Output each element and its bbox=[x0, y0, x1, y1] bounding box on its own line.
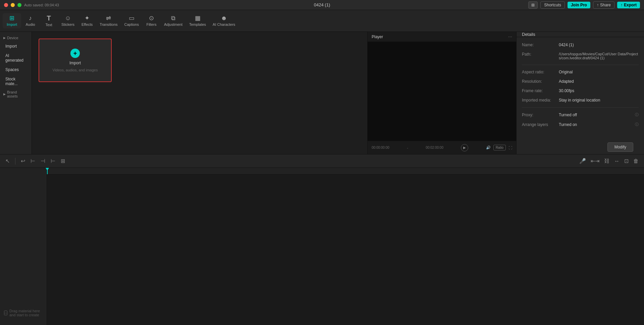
player-preview bbox=[368, 42, 516, 141]
share-icon: ↑ bbox=[597, 3, 599, 7]
detail-imported-media-row: Imported media: Stay in original locatio… bbox=[522, 98, 639, 103]
delete-icon[interactable]: 🗑 bbox=[632, 157, 640, 166]
microphone-icon[interactable]: 🎤 bbox=[578, 156, 587, 166]
player-controls: 00:00:00:00 - 00:02:00:00 ▶ 🔊 Ratio ⛶ bbox=[368, 141, 516, 154]
player-fullscreen-icon[interactable]: ⛶ bbox=[508, 146, 512, 150]
sidebar-section-brand-assets: ▶ Brand assets bbox=[0, 89, 32, 100]
content-area: ▶ Device Import AI generated Spaces Stoc… bbox=[0, 32, 644, 154]
import-card-label: Import bbox=[69, 61, 81, 65]
toolbar-filters[interactable]: ⊙ Filters bbox=[142, 13, 161, 28]
player-menu-icon[interactable]: ⋯ bbox=[508, 35, 512, 39]
autosave-label: Auto saved: 09:04:43 bbox=[24, 3, 59, 7]
timeline-ruler bbox=[47, 168, 644, 175]
detail-name-value: 0424 (1) bbox=[559, 43, 639, 47]
player-ratio-button[interactable]: Ratio bbox=[493, 145, 506, 150]
drag-icon: ▭ bbox=[4, 311, 7, 315]
detail-imported-media-value: Stay in original location bbox=[559, 98, 639, 103]
titlebar-actions: ⊞ Shortcuts Join Pro ↑ Share ↑ Export bbox=[528, 1, 640, 9]
player-title: Player bbox=[372, 35, 383, 39]
details-header: Details bbox=[517, 32, 644, 37]
detail-aspect-ratio-value: Original bbox=[559, 70, 639, 74]
joinpro-button[interactable]: Join Pro bbox=[568, 2, 590, 8]
close-traffic-light[interactable] bbox=[4, 3, 8, 7]
undo-tool[interactable]: ↩ bbox=[19, 156, 26, 166]
player-speaker-icon[interactable]: 🔊 bbox=[486, 145, 491, 150]
details-footer: Modify bbox=[517, 137, 644, 157]
detail-proxy-label: Proxy: bbox=[522, 113, 559, 117]
audio-icon: ♪ bbox=[29, 15, 32, 21]
sidebar-item-stock[interactable]: Stock mate... bbox=[2, 75, 30, 88]
toolbar-audio[interactable]: ♪ Audio bbox=[21, 13, 40, 28]
maximize-traffic-light[interactable] bbox=[17, 3, 21, 7]
timeline-track-labels: ▭ Drag material here and start to create bbox=[0, 168, 47, 325]
titlebar: Auto saved: 09:04:43 0424 (1) ⊞ Shortcut… bbox=[0, 0, 644, 10]
details-body: Name: 0424 (1) Path: /Users/topgus/Movie… bbox=[517, 37, 644, 137]
toolbar-ai-characters[interactable]: ☻ AI Characters bbox=[209, 13, 238, 28]
trim-left-tool[interactable]: ⊣ bbox=[39, 156, 47, 166]
toolbar-stickers[interactable]: ☺ Stickers bbox=[58, 13, 78, 28]
player-header: Player ⋯ bbox=[368, 32, 516, 42]
transitions-icon: ⇌ bbox=[106, 15, 111, 21]
detail-divider-2 bbox=[522, 107, 639, 108]
player-time-separator: - bbox=[407, 146, 408, 150]
timeline-right-tools: 🎤 ⇤⇥ ⛓ ↔ ⊡ 🗑 bbox=[578, 156, 640, 166]
toolbar-effects[interactable]: ✦ Effects bbox=[78, 13, 96, 28]
detail-aspect-ratio-row: Aspect ratio: Original bbox=[522, 70, 639, 74]
sidebar-item-import[interactable]: Import bbox=[2, 42, 30, 51]
share-button[interactable]: ↑ Share bbox=[593, 1, 614, 9]
detail-framerate-value: 30.00fps bbox=[559, 88, 639, 93]
player-time-end: 00:02:00:00 bbox=[426, 146, 443, 149]
toolbar-transitions[interactable]: ⇌ Transitions bbox=[96, 13, 121, 28]
trim-right-tool[interactable]: ⊢ bbox=[49, 156, 57, 166]
import-card-sublabel: Videos, audios, and images bbox=[53, 68, 98, 72]
clip-link-icon[interactable]: ↔ bbox=[613, 157, 621, 166]
detail-proxy-row: Proxy: Turned off ⓘ bbox=[522, 112, 639, 117]
main-toolbar: ⊞ Import ♪ Audio T Text ☺ Stickers ✦ Eff… bbox=[0, 10, 644, 32]
detail-framerate-row: Frame rate: 30.00fps bbox=[522, 88, 639, 93]
add-tool[interactable]: ⊞ bbox=[59, 156, 66, 166]
captions-icon: ▭ bbox=[129, 15, 135, 21]
detail-proxy-info-icon[interactable]: ⓘ bbox=[635, 112, 639, 117]
detail-framerate-label: Frame rate: bbox=[522, 88, 559, 93]
sidebar: ▶ Device Import AI generated Spaces Stoc… bbox=[0, 32, 32, 154]
player-play-button[interactable]: ▶ bbox=[461, 144, 468, 151]
toolbar-adjustment[interactable]: ⧉ Adjustment bbox=[161, 13, 186, 28]
detail-arrange-layers-value: Turned on bbox=[559, 122, 635, 127]
detail-name-label: Name: bbox=[522, 43, 559, 47]
magnet-icon[interactable]: ⊡ bbox=[623, 156, 630, 166]
snap-icon[interactable]: ⇤⇥ bbox=[589, 156, 601, 166]
export-button[interactable]: ↑ Export bbox=[617, 2, 640, 8]
detail-imported-media-label: Imported media: bbox=[522, 98, 559, 103]
playhead bbox=[47, 168, 48, 174]
import-card[interactable]: + Import Videos, audios, and images bbox=[39, 39, 112, 82]
layout-icon[interactable]: ⊞ bbox=[528, 1, 538, 9]
effects-icon: ✦ bbox=[85, 15, 90, 21]
adjustment-icon: ⧉ bbox=[171, 15, 175, 21]
import-plus-icon: + bbox=[70, 49, 80, 58]
detail-arrange-layers-info-icon[interactable]: ⓘ bbox=[635, 122, 639, 127]
timeline-tracks bbox=[47, 168, 644, 325]
sidebar-item-spaces[interactable]: Spaces bbox=[2, 65, 30, 74]
select-tool[interactable]: ↖ bbox=[4, 156, 11, 166]
split-tool[interactable]: ⊢ bbox=[29, 156, 37, 166]
link-icon[interactable]: ⛓ bbox=[603, 157, 611, 166]
sidebar-section-device: ▶ Device bbox=[0, 35, 32, 41]
detail-resolution-label: Resolution: bbox=[522, 79, 559, 84]
detail-path-row: Path: /Users/topgus/Movies/CapCut/User D… bbox=[522, 52, 639, 60]
toolbar-import[interactable]: ⊞ Import bbox=[3, 13, 21, 28]
sidebar-item-ai-generated[interactable]: AI generated bbox=[2, 51, 30, 65]
shortcuts-button[interactable]: Shortcuts bbox=[540, 1, 565, 9]
toolbar-separator-1 bbox=[15, 158, 15, 165]
toolbar-templates[interactable]: ▦ Templates bbox=[186, 13, 209, 28]
modify-button[interactable]: Modify bbox=[607, 142, 633, 152]
detail-resolution-value: Adapted bbox=[559, 79, 639, 84]
detail-path-label: Path: bbox=[522, 52, 559, 60]
timeline-body: ▭ Drag material here and start to create bbox=[0, 168, 644, 325]
chevron-right-icon: ▶ bbox=[3, 36, 6, 40]
minimize-traffic-light[interactable] bbox=[11, 3, 15, 7]
import-icon: ⊞ bbox=[9, 15, 14, 21]
drag-material-hint: ▭ Drag material here and start to create bbox=[0, 306, 47, 320]
playhead-triangle bbox=[46, 168, 49, 171]
toolbar-captions[interactable]: ▭ Captions bbox=[121, 13, 142, 28]
toolbar-text[interactable]: T Text bbox=[40, 13, 58, 29]
